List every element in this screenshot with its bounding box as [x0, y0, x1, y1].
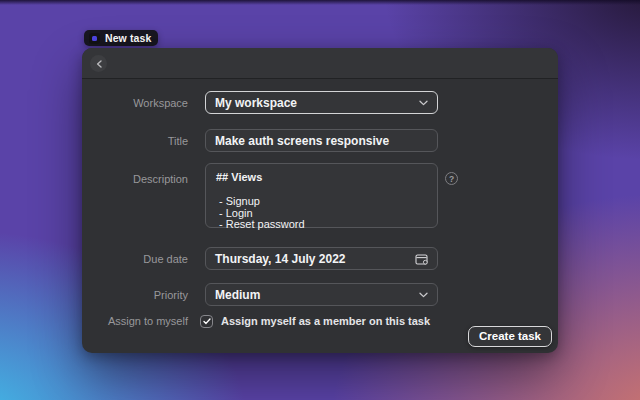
calendar-icon: [415, 253, 428, 265]
description-heading: ## Views: [216, 172, 427, 183]
due-date-value: Thursday, 14 July 2022: [215, 252, 346, 266]
help-icon[interactable]: ?: [445, 172, 458, 185]
assign-checkbox[interactable]: [200, 315, 213, 328]
due-date-label: Due date: [82, 253, 188, 265]
checkmark-icon: [203, 318, 211, 325]
priority-label: Priority: [82, 289, 188, 301]
workspace-row: Workspace My workspace: [82, 91, 558, 114]
workspace-select[interactable]: My workspace: [205, 91, 438, 114]
pill-label: New task: [105, 32, 151, 44]
chevron-left-icon: [96, 60, 102, 68]
title-row: Title Make auth screens responsive: [82, 129, 558, 152]
title-input[interactable]: Make auth screens responsive: [205, 129, 438, 152]
chevron-down-icon: [419, 292, 428, 298]
back-button[interactable]: [90, 55, 107, 72]
description-input[interactable]: ## Views - Signup - Login - Reset passwo…: [205, 163, 438, 228]
assign-label: Assign to myself: [82, 315, 188, 327]
due-date-row: Due date Thursday, 14 July 2022: [82, 247, 558, 270]
description-line: - Reset password: [219, 219, 427, 231]
workspace-value: My workspace: [215, 96, 297, 110]
workspace-label: Workspace: [82, 97, 188, 109]
app-icon-dot: [92, 36, 97, 41]
new-task-window: Workspace My workspace Title Make auth s…: [82, 48, 558, 353]
description-line: - Signup: [219, 196, 427, 208]
description-label: Description: [82, 163, 188, 185]
desktop-background: New task Workspace My workspace Title Ma…: [0, 0, 640, 400]
assign-checkbox-text: Assign myself as a member on this task: [221, 315, 430, 327]
window-header: [82, 48, 558, 79]
create-task-button[interactable]: Create task: [468, 326, 552, 347]
priority-select[interactable]: Medium: [205, 283, 438, 306]
app-icon: [89, 33, 100, 44]
description-row: Description ## Views - Signup - Login - …: [82, 163, 558, 228]
due-date-input[interactable]: Thursday, 14 July 2022: [205, 247, 438, 270]
title-value: Make auth screens responsive: [215, 134, 389, 148]
description-list: - Signup - Login - Reset password: [216, 196, 427, 231]
priority-row: Priority Medium: [82, 283, 558, 306]
chevron-down-icon: [419, 100, 428, 106]
new-task-pill: New task: [84, 30, 158, 46]
priority-value: Medium: [215, 288, 260, 302]
title-label: Title: [82, 135, 188, 147]
